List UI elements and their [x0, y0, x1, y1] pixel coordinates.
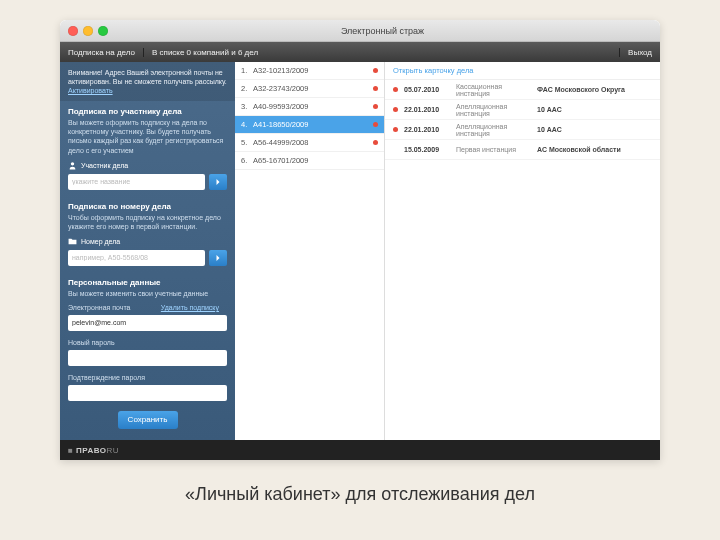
unread-dot-icon — [373, 86, 378, 91]
event-court: 10 ААС — [537, 106, 652, 113]
event-date: 22.01.2010 — [404, 126, 450, 133]
detail-row[interactable]: 05.07.2010Кассационная инстанцияФАС Моск… — [385, 80, 660, 100]
folder-icon — [68, 237, 77, 246]
case-list: 1.А32-10213/20092.А32-23743/20093.А40-99… — [235, 62, 385, 440]
slide-caption: «Личный кабинет» для отслеживания дел — [60, 484, 660, 505]
event-court: ФАС Московского Округа — [537, 86, 652, 93]
new-password-field[interactable] — [68, 350, 227, 366]
delete-subscription-link[interactable]: Удалить подписку — [153, 304, 227, 311]
participant-label-text: Участник дела — [81, 162, 128, 169]
unread-dot-icon — [373, 122, 378, 127]
confirm-password-label: Подтверждение пароля — [60, 372, 235, 383]
menu-status: В списке 0 компаний и 6 дел — [144, 48, 619, 57]
detail-row[interactable]: 22.01.2010Апелляционная инстанция10 ААС — [385, 120, 660, 140]
case-code: А56-44999/2008 — [253, 138, 373, 147]
event-dot-icon — [393, 127, 398, 132]
detail-row[interactable]: 22.01.2010Апелляционная инстанция10 ААС — [385, 100, 660, 120]
case-code: А65-16701/2009 — [253, 156, 378, 165]
casenum-label-text: Номер дела — [81, 238, 120, 245]
window-title: Электронный страж — [113, 26, 652, 36]
logo-text-bold: ПРАВО — [76, 446, 106, 455]
case-list-item[interactable]: 6.А65-16701/2009 — [235, 152, 384, 170]
logo-text-suffix: RU — [107, 446, 120, 455]
section-participant-desc: Вы можете оформить подписку на дела по к… — [60, 118, 235, 158]
section-personal-title: Персональные данные — [60, 272, 235, 289]
case-index: 4. — [241, 120, 253, 129]
event-instance: Кассационная инстанция — [456, 83, 531, 97]
casenum-input[interactable] — [68, 250, 205, 266]
case-list-item[interactable]: 5.А56-44999/2008 — [235, 134, 384, 152]
case-detail: Открыть карточку дела 05.07.2010Кассацио… — [385, 62, 660, 440]
warning-text: Внимание! Адрес Вашей электронной почты … — [68, 69, 227, 85]
case-index: 3. — [241, 102, 253, 111]
titlebar: Электронный страж — [60, 20, 660, 42]
event-dot-icon — [393, 87, 398, 92]
unread-dot-icon — [373, 68, 378, 73]
footer-logo: ■ ПРАВОRU — [68, 446, 119, 455]
event-instance: Первая инстанция — [456, 146, 531, 153]
activation-warning: Внимание! Адрес Вашей электронной почты … — [60, 62, 235, 101]
event-instance: Апелляционная инстанция — [456, 123, 531, 137]
zoom-icon[interactable] — [98, 26, 108, 36]
event-date: 22.01.2010 — [404, 106, 450, 113]
case-list-item[interactable]: 4.А41-18650/2009 — [235, 116, 384, 134]
event-court: 10 ААС — [537, 126, 652, 133]
chevron-right-icon — [214, 178, 222, 186]
event-dot-icon — [393, 107, 398, 112]
participant-input[interactable] — [68, 174, 205, 190]
section-personal-desc: Вы можете изменить свои учетные данные — [60, 289, 235, 302]
case-index: 5. — [241, 138, 253, 147]
close-icon[interactable] — [68, 26, 78, 36]
case-code: А32-10213/2009 — [253, 66, 373, 75]
email-field[interactable] — [68, 315, 227, 331]
menu-logout[interactable]: Выход — [619, 48, 660, 57]
footer: ■ ПРАВОRU — [60, 440, 660, 460]
app-window: Электронный страж Подписка на дело В спи… — [60, 20, 660, 460]
save-button[interactable]: Сохранить — [118, 411, 178, 429]
email-label: Электронная почта — [68, 304, 130, 311]
casenum-label: Номер дела — [60, 235, 235, 248]
minimize-icon[interactable] — [83, 26, 93, 36]
section-casenum-title: Подписка по номеру дела — [60, 196, 235, 213]
section-casenum-desc: Чтобы оформить подписку на конкретное де… — [60, 213, 235, 235]
new-password-label: Новый пароль — [60, 337, 235, 348]
open-card-link[interactable]: Открыть карточку дела — [385, 62, 660, 80]
sidebar: Внимание! Адрес Вашей электронной почты … — [60, 62, 235, 440]
confirm-password-field[interactable] — [68, 385, 227, 401]
unread-dot-icon — [373, 140, 378, 145]
user-icon — [68, 161, 77, 170]
event-date: 15.05.2009 — [404, 146, 450, 153]
event-instance: Апелляционная инстанция — [456, 103, 531, 117]
case-code: А40-99593/2009 — [253, 102, 373, 111]
case-code: А41-18650/2009 — [253, 120, 373, 129]
case-list-item[interactable]: 1.А32-10213/2009 — [235, 62, 384, 80]
logo-mark-icon: ■ — [68, 446, 76, 455]
case-index: 1. — [241, 66, 253, 75]
case-list-item[interactable]: 3.А40-99593/2009 — [235, 98, 384, 116]
menubar: Подписка на дело В списке 0 компаний и 6… — [60, 42, 660, 62]
activate-link[interactable]: Активировать — [68, 87, 113, 94]
content: Внимание! Адрес Вашей электронной почты … — [60, 62, 660, 440]
casenum-submit-button[interactable] — [209, 250, 227, 266]
case-code: А32-23743/2009 — [253, 84, 373, 93]
case-list-item[interactable]: 2.А32-23743/2009 — [235, 80, 384, 98]
section-participant-title: Подписка по участнику дела — [60, 101, 235, 118]
case-index: 6. — [241, 156, 253, 165]
participant-submit-button[interactable] — [209, 174, 227, 190]
menu-subscribe[interactable]: Подписка на дело — [60, 48, 144, 57]
case-index: 2. — [241, 84, 253, 93]
detail-row[interactable]: 15.05.2009Первая инстанцияАС Московской … — [385, 140, 660, 160]
event-date: 05.07.2010 — [404, 86, 450, 93]
unread-dot-icon — [373, 104, 378, 109]
participant-label: Участник дела — [60, 159, 235, 172]
event-court: АС Московской области — [537, 146, 652, 153]
chevron-right-icon — [214, 254, 222, 262]
